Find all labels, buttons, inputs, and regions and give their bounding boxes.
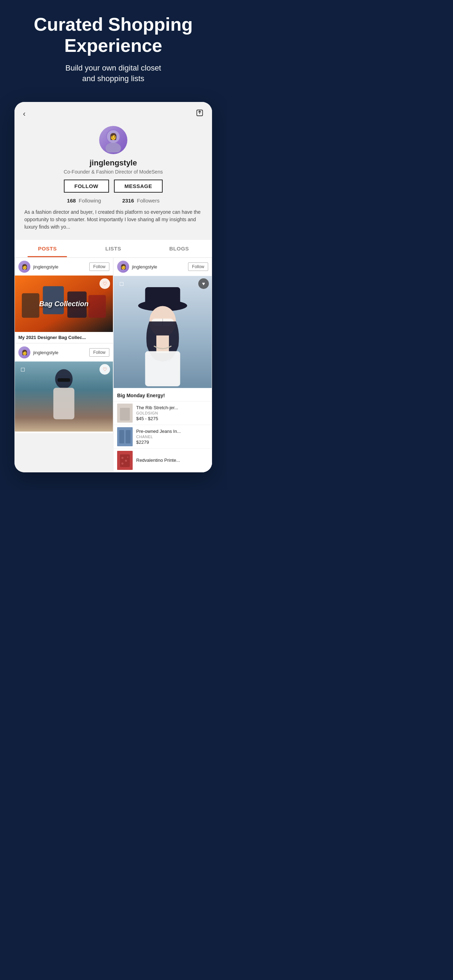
follow-btn-2[interactable]: Follow <box>188 262 208 271</box>
product-item-3: Redvalentino Printe... <box>114 449 212 472</box>
product-brand-2: CHANEL <box>136 434 208 439</box>
follow-btn-1[interactable]: Follow <box>89 262 110 271</box>
svg-text:👩: 👩 <box>110 133 118 140</box>
svg-rect-26 <box>119 430 124 444</box>
product-brand-1: GOLDSIGN <box>136 411 208 415</box>
tab-posts[interactable]: POSTS <box>14 240 80 257</box>
svg-rect-24 <box>120 408 130 420</box>
svg-point-33 <box>127 457 129 458</box>
post-image-outfit <box>15 361 113 432</box>
product-item-2: Pre-owned Jeans In... CHANEL $2279 <box>114 425 212 449</box>
post-title-1: My 2021 Designer Bag Collec... <box>15 332 113 343</box>
followers-label: Followers <box>137 197 159 204</box>
bookmark-icon-2[interactable]: ◻ <box>116 278 126 288</box>
followers-count: 2316 <box>122 197 134 204</box>
message-button[interactable]: MESSAGE <box>114 180 163 192</box>
post-title-2: Big Monday Energy! <box>114 390 212 401</box>
product-thumb-1 <box>117 404 133 423</box>
bookmark-icon-3[interactable]: ◻ <box>17 364 27 374</box>
product-thumb-2 <box>117 427 133 446</box>
post-cell-bag: 👩 jinglengstyle Follow <box>14 258 113 343</box>
post-image-fashion <box>114 275 212 388</box>
product-section: Big Monday Energy! The Rib Stretch-jer..… <box>114 390 212 472</box>
hero-section: Curated Shopping Experience Build your o… <box>0 0 227 95</box>
svg-rect-7 <box>22 293 40 318</box>
svg-rect-10 <box>89 295 106 318</box>
share-icon[interactable] <box>196 109 203 119</box>
tab-blogs[interactable]: BLOGS <box>146 240 212 257</box>
post-avatar-3: 👩 <box>18 347 30 358</box>
followers-stat: 2316 Followers <box>122 197 159 204</box>
post-header-3: 👩 jinglengstyle Follow <box>15 344 113 361</box>
post-username-3: jinglengstyle <box>33 350 86 355</box>
post-cell-fashion: 👩 jinglengstyle Follow <box>113 258 212 473</box>
product-item-1: The Rib Stretch-jer... GOLDSIGN $45 - $2… <box>114 401 212 425</box>
heart-icon-1[interactable]: ♡ <box>100 278 110 289</box>
following-count: 168 <box>67 197 76 204</box>
profile-actions: FOLLOW MESSAGE <box>22 180 205 192</box>
heart-icon-3[interactable]: ♡ <box>100 364 110 375</box>
product-info-1: The Rib Stretch-jer... GOLDSIGN $45 - $2… <box>136 405 208 421</box>
following-label: Following <box>79 197 101 204</box>
follow-btn-3[interactable]: Follow <box>89 348 110 356</box>
posts-grid: 👩 jinglengstyle Follow <box>14 258 212 473</box>
svg-rect-27 <box>126 430 130 444</box>
product-name-3: Redvalentino Printe... <box>136 458 208 463</box>
svg-rect-14 <box>57 379 70 382</box>
profile-bio-title: Co-Founder & Fashion Director of ModeSen… <box>22 169 205 175</box>
tabs-bar: POSTS LISTS BLOGS <box>14 240 212 258</box>
post-avatar-2: 👩 <box>117 261 129 273</box>
svg-point-30 <box>121 457 124 459</box>
post-image-fashion-container: ♥ ◻ <box>114 275 212 390</box>
profile-description: As a fashion director and buyer, I creat… <box>22 208 205 231</box>
product-price-1: $45 - $275 <box>136 416 208 421</box>
svg-point-31 <box>125 460 127 462</box>
profile-stats: 168 Following 2316 Followers <box>22 197 205 204</box>
product-info-3: Redvalentino Printe... <box>136 458 208 463</box>
svg-point-3 <box>105 143 121 153</box>
post-header-1: 👩 jinglengstyle Follow <box>15 258 113 275</box>
svg-rect-17 <box>145 287 180 308</box>
post-image-outfit-container: ◻ ♡ <box>15 361 113 433</box>
profile-card: ‹ 👩 jinglengstyle <box>14 102 212 473</box>
avatar: 👩 <box>99 126 127 154</box>
follow-button[interactable]: FOLLOW <box>64 180 109 192</box>
post-username-1: jinglengstyle <box>33 264 86 269</box>
product-info-2: Pre-owned Jeans In... CHANEL $2279 <box>136 429 208 445</box>
product-name-1: The Rib Stretch-jer... <box>136 405 208 410</box>
svg-point-32 <box>121 463 124 465</box>
back-icon[interactable]: ‹ <box>23 109 25 119</box>
heart-icon-2[interactable]: ♥ <box>198 278 209 289</box>
profile-info: 👩 jinglengstyle Co-Founder & Fashion Dir… <box>14 123 212 236</box>
svg-rect-13 <box>53 388 75 419</box>
product-price-2: $2279 <box>136 439 208 445</box>
bag-collection-text: Bag Collection <box>39 300 89 308</box>
post-image-bag: Bag Collection ♡ <box>15 275 113 332</box>
product-name-2: Pre-owned Jeans In... <box>136 429 208 434</box>
post-header-2: 👩 jinglengstyle Follow <box>114 258 212 275</box>
svg-rect-22 <box>145 352 180 386</box>
following-stat: 168 Following <box>67 197 101 204</box>
tab-lists[interactable]: LISTS <box>80 240 146 257</box>
post-username-2: jinglengstyle <box>132 264 185 269</box>
profile-username: jinglengstyle <box>22 158 205 167</box>
product-thumb-3 <box>117 451 133 470</box>
post-cell-outfit: 👩 jinglengstyle Follow <box>14 343 113 434</box>
post-avatar-1: 👩 <box>18 261 30 273</box>
hero-title: Curated Shopping Experience <box>11 14 216 56</box>
hero-subtitle: Build your own digital closetand shoppin… <box>11 63 216 85</box>
svg-rect-21 <box>156 336 169 353</box>
card-nav: ‹ <box>14 102 212 123</box>
phone-container: ‹ 👩 jinglengstyle <box>0 102 227 487</box>
